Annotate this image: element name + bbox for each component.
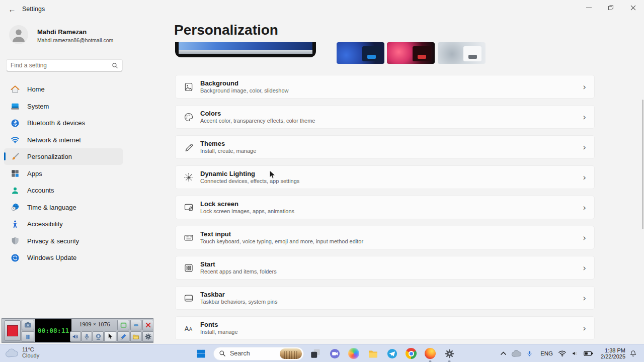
taskbar-search[interactable]: Search [213,347,304,360]
sidebar-item-windows-update[interactable]: Windows Update [4,249,123,266]
preview-taskbar-strip [179,50,312,54]
settings-card-start[interactable]: StartRecent apps and items, folders › [175,256,595,280]
file-explorer-button[interactable] [366,347,379,360]
chevron-right-icon: › [583,142,586,152]
theme-mini-accent [418,55,426,59]
minimize-button[interactable] [578,0,600,15]
task-view-icon [310,348,321,359]
screenshot-button[interactable] [22,320,34,330]
theme-preview-monitor [175,42,316,57]
close-recorder-button[interactable] [142,320,153,330]
settings-card-taskbar[interactable]: TaskbarTaskbar behaviors, system pins › [175,286,595,310]
windows-logo-icon [196,348,206,359]
sidebar-item-network-internet[interactable]: Network & internet [4,132,123,148]
windows-update-icon [10,253,20,263]
sidebar-item-privacy-security[interactable]: Privacy & security [4,233,123,249]
settings-card-text-input[interactable]: Text inputTouch keyboard, voice typing, … [175,226,595,249]
system-tray: ENG 1:38 PM 2/22/2025 [500,344,644,362]
settings-card-dynamic-lighting[interactable]: Dynamic LightingConnected devices, effec… [175,165,595,189]
sidebar-item-home[interactable]: Home [4,81,123,98]
chrome-button[interactable] [405,347,418,360]
settings-card-list: BackgroundBackground image, color, slide… [175,75,595,346]
task-view-button[interactable] [309,347,322,360]
sparkle-icon [183,172,194,183]
tray-wifi-icon[interactable] [558,350,567,357]
webcam-icon[interactable] [93,331,104,342]
draw-pencil-button[interactable] [117,331,129,342]
avatar[interactable] [9,25,28,44]
theme-mini-window [413,46,431,61]
sidebar-item-time-language[interactable]: Time & language [4,199,123,216]
recorder-settings-gear-icon[interactable] [142,331,153,342]
settings-search[interactable] [6,59,123,71]
chat-button[interactable] [328,347,341,360]
back-arrow-icon[interactable]: ← [5,3,19,15]
sidebar-item-system[interactable]: System [4,98,123,115]
tray-microphone-icon[interactable] [526,350,533,357]
telegram-button[interactable] [385,347,398,360]
settings-app-button[interactable] [443,347,456,360]
tray-chevron-up-icon[interactable] [500,351,507,355]
sidebar-item-accessibility[interactable]: Accessibility [4,216,123,232]
accessibility-icon [10,219,20,229]
folder-icon [367,348,379,359]
record-stop-button[interactable] [5,320,21,341]
chevron-right-icon: › [583,172,586,183]
personalization-icon [10,152,20,162]
system-icon [10,101,20,111]
copilot-icon [348,348,359,359]
settings-card-background[interactable]: BackgroundBackground image, color, slide… [175,75,595,99]
shield-icon [10,236,20,246]
minimize-recorder-button[interactable] [130,320,141,330]
settings-card-themes[interactable]: ThemesInstall, create, manage › [175,135,595,159]
clock[interactable]: 1:38 PM 2/22/2025 [601,347,625,360]
sidebar-item-accounts[interactable]: Accounts [4,182,123,199]
bing-daily-image[interactable] [280,348,302,359]
start-button[interactable] [194,347,207,360]
theme-mini-window [463,46,481,61]
language-indicator[interactable]: ENG [540,350,553,356]
theme-thumbnail-light[interactable] [438,42,486,64]
speaker-icon[interactable] [70,331,81,342]
svg-text:A: A [185,325,189,332]
settings-card-lock-screen[interactable]: Lock screenLock screen images, apps, ani… [175,196,595,219]
timer-value: 00:08:11 [38,327,69,334]
theme-thumbnail-dark-blue[interactable] [337,42,384,64]
microphone-icon[interactable] [82,331,92,342]
onedrive-cloud-icon[interactable] [511,350,522,357]
settings-card-fonts[interactable]: AA FontsInstall, manage › [175,316,595,340]
firefox-button[interactable] [424,347,437,360]
copilot-button[interactable] [347,347,360,360]
theme-mini-accent [367,55,376,59]
tray-volume-icon[interactable] [571,350,579,357]
weather-widget[interactable]: 11°C Cloudy [5,346,39,359]
sidebar-item-apps[interactable]: Apps [4,165,123,182]
open-folder-button[interactable] [130,331,141,342]
restore-button[interactable] [600,0,622,15]
screen-recorder-toolbar: 00:08:11 1909 × 1076 [2,318,153,343]
main-content: Personalization BackgroundBackground ima… [166,18,644,344]
tray-time: 1:38 PM [601,347,625,354]
settings-card-colors[interactable]: ColorsAccent color, transparency effects… [175,105,595,129]
cursor-capture-button[interactable] [104,331,116,342]
chevron-right-icon: › [583,203,586,213]
capture-area-button[interactable] [117,320,129,330]
scrollbar[interactable] [642,100,643,229]
search-input[interactable] [7,62,112,69]
window-title: Settings [22,6,45,13]
stop-icon [7,325,18,336]
theme-thumbnail-dark-pink[interactable] [387,42,435,64]
close-button[interactable] [622,0,644,15]
search-placeholder: Search [230,350,280,357]
mouse-cursor [269,170,276,180]
tray-date: 2/22/2025 [601,353,625,360]
wifi-icon [10,135,20,145]
pause-button[interactable] [22,331,34,342]
tray-battery-icon[interactable] [584,350,593,356]
taskbar-icon [183,293,194,304]
start-icon [183,262,194,274]
chevron-right-icon: › [583,323,586,333]
sidebar-item-personalization[interactable]: Personalization [4,148,123,165]
sidebar-item-bluetooth-devices[interactable]: Bluetooth & devices [4,115,123,131]
notification-bell-icon[interactable] [629,349,637,357]
